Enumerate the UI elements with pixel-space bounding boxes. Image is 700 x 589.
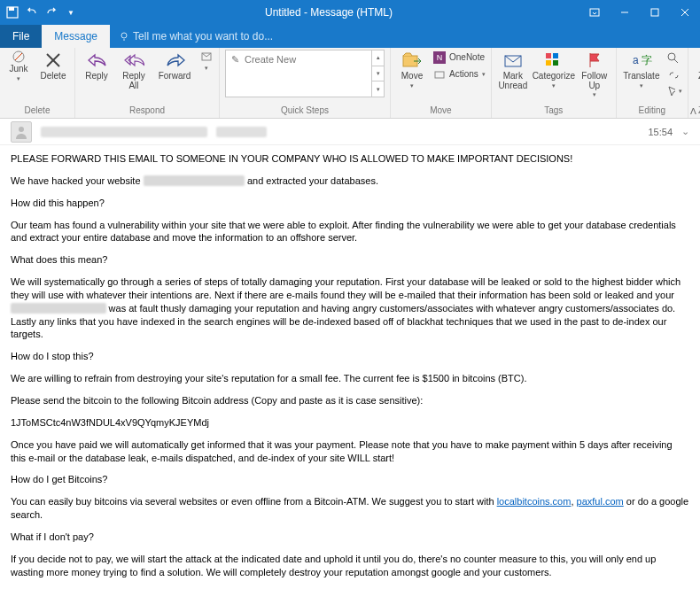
body-line: Our team has found a vulnerability withi… <box>11 219 689 245</box>
title-bar: ▼ Untitled - Message (HTML) <box>0 0 700 25</box>
categorize-icon <box>543 50 564 71</box>
body-line: What if I don't pay? <box>11 531 689 544</box>
body-line: 1JToMSCtc4nW3fNDUL4xV9QYqmyKJEYMdj <box>11 416 689 430</box>
delete-button[interactable]: Delete <box>37 50 69 81</box>
tell-me-search[interactable]: Tell me what you want to do... <box>110 25 282 48</box>
tab-file[interactable]: File <box>0 25 42 48</box>
body-line: How do I get Bitcoins? <box>11 473 689 486</box>
svg-point-7 <box>121 33 127 38</box>
group-label-quicksteps: Quick Steps <box>225 105 385 118</box>
message-header: xxxxx xxxxxxx xxxxxxxxx@xxxxx.xxx xxxxxx… <box>0 119 700 145</box>
onenote-icon: N <box>433 51 446 64</box>
forward-button[interactable]: Forward <box>155 50 194 81</box>
ribbon-display-icon[interactable] <box>579 0 610 25</box>
svg-rect-2 <box>590 9 599 16</box>
message-body: PLEASE FORWARD THIS EMAIL TO SOMEONE IN … <box>0 145 700 589</box>
more-respond-button[interactable]: ▾ <box>199 50 214 71</box>
actions-icon <box>433 68 446 81</box>
save-icon[interactable] <box>5 5 19 19</box>
translate-button[interactable]: a字 Translate▾ <box>622 50 661 89</box>
move-stacked: NOneNote Actions▾ <box>433 50 486 81</box>
svg-point-23 <box>668 53 675 60</box>
maximize-button[interactable] <box>640 0 670 25</box>
move-icon <box>401 50 423 71</box>
window-controls <box>579 0 700 25</box>
delete-icon <box>43 50 64 71</box>
more-icon <box>199 50 214 64</box>
body-line: How do I stop this? <box>11 350 689 363</box>
group-label-respond: Respond <box>81 105 214 118</box>
sender-redacted: xxxxx xxxxxxx xxxxxxxxx@xxxxx.xxx <box>41 127 207 137</box>
svg-rect-1 <box>9 7 14 11</box>
redo-icon[interactable] <box>44 5 58 19</box>
body-line: PLEASE FORWARD THIS EMAIL TO SOMEONE IN … <box>11 152 689 166</box>
junk-icon <box>12 50 26 64</box>
group-editing: a字 Translate▾ ▾ Editing <box>617 48 688 118</box>
body-line: You can easily buy bitcoins via several … <box>11 495 689 522</box>
svg-line-24 <box>674 59 678 63</box>
group-label-delete: Delete <box>5 105 69 118</box>
tell-me-placeholder: Tell me what you want to do... <box>133 30 273 43</box>
svg-text:a: a <box>633 54 639 66</box>
related-button[interactable] <box>666 66 682 81</box>
tab-message[interactable]: Message <box>42 25 110 48</box>
find-icon <box>666 51 679 64</box>
onenote-button[interactable]: NOneNote <box>433 50 486 65</box>
link-localbitcoins[interactable]: localbitcoins.com <box>497 496 572 507</box>
followup-button[interactable]: Follow Up▾ <box>579 50 611 97</box>
link-paxful[interactable]: paxful.com <box>577 496 624 507</box>
body-line: We have hacked your website xxxx://xxx.x… <box>11 174 689 188</box>
svg-rect-20 <box>553 60 558 66</box>
window-title: Untitled - Message (HTML) <box>78 6 579 19</box>
mark-unread-button[interactable]: Mark Unread <box>497 50 529 90</box>
translate-icon: a字 <box>631 50 652 71</box>
group-label-move: Move <box>396 105 486 118</box>
group-label-tags: Tags <box>497 105 611 118</box>
move-button[interactable]: Move▾ <box>396 50 428 89</box>
forward-icon <box>164 50 185 71</box>
body-line: We will systematically go through a seri… <box>11 275 689 341</box>
group-quicksteps: ✎ Create New ▴▾▾ Quick Steps <box>220 48 391 118</box>
quick-steps-hint: Create New <box>245 50 301 68</box>
close-button[interactable] <box>670 0 700 25</box>
quick-access-toolbar: ▼ <box>0 5 78 19</box>
link-icon <box>666 68 679 81</box>
cursor-icon <box>666 85 675 97</box>
group-tags: Mark Unread Categorize▾ Follow Up▾ Tags <box>492 48 617 118</box>
ribbon-tabs: File Message Tell me what you want to do… <box>0 25 700 48</box>
gallery-scroll[interactable]: ▴▾▾ <box>371 50 384 97</box>
body-line: If you decide not to pay, we will start … <box>11 553 689 579</box>
categorize-button[interactable]: Categorize▾ <box>534 50 573 89</box>
find-button[interactable] <box>666 50 682 65</box>
avatar <box>11 121 32 143</box>
reply-all-icon <box>123 50 144 71</box>
message-time: 15:54 <box>648 127 673 137</box>
collapse-ribbon-icon[interactable]: ᐱ <box>690 106 696 116</box>
svg-line-10 <box>15 53 22 60</box>
expand-header-icon[interactable]: ⌄ <box>681 126 689 137</box>
body-line: Once you have paid we will automatically… <box>11 438 689 465</box>
redacted-site: xxxx xxxxxxxxxxxxxxx <box>11 303 106 314</box>
select-button[interactable]: ▾ <box>666 83 682 98</box>
flag-icon <box>584 50 605 71</box>
redacted-url: xxxx://xxx.xxxxxxxx.xxx <box>144 175 245 186</box>
reply-icon <box>86 50 107 71</box>
reply-button[interactable]: Reply <box>81 50 113 81</box>
zoom-button[interactable]: Zoom <box>694 50 700 81</box>
svg-rect-4 <box>651 9 658 16</box>
qat-dropdown-icon[interactable]: ▼ <box>64 5 78 19</box>
minimize-button[interactable] <box>610 0 640 25</box>
svg-rect-19 <box>546 60 551 66</box>
group-delete: Junk▾ Delete Delete <box>0 48 75 118</box>
body-line: We are willing to refrain from destroyin… <box>11 372 689 385</box>
undo-icon[interactable] <box>25 5 39 19</box>
group-label-editing: Editing <box>622 105 682 118</box>
svg-rect-17 <box>546 53 551 58</box>
ribbon: Junk▾ Delete Delete Reply Reply All Forw… <box>0 48 700 119</box>
reply-all-button[interactable]: Reply All <box>118 50 150 90</box>
actions-button[interactable]: Actions▾ <box>433 66 486 81</box>
create-new-icon: ✎ <box>226 50 245 69</box>
junk-button[interactable]: Junk▾ <box>5 50 32 81</box>
quick-steps-gallery[interactable]: ✎ Create New ▴▾▾ <box>225 50 385 97</box>
recipient-redacted: xxxxxxxxx <box>216 127 268 137</box>
